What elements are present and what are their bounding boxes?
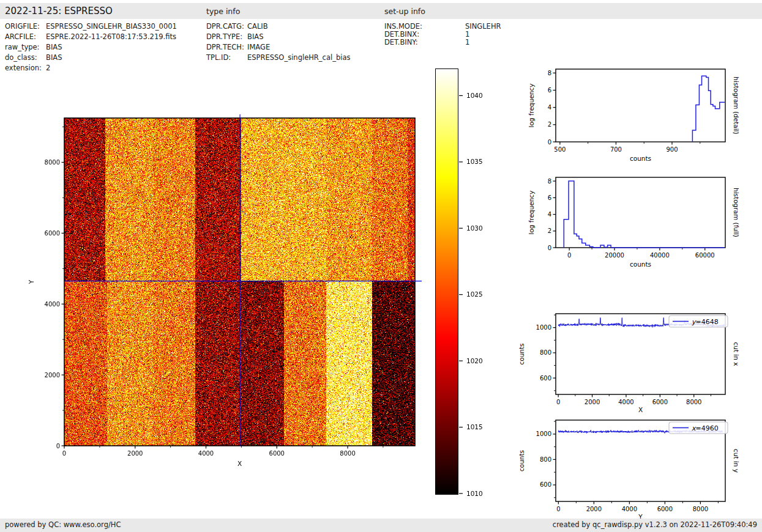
svg-text:2000: 2000 xyxy=(585,399,600,405)
page-title: 2022-11-25: ESPRESSO xyxy=(5,6,113,17)
meta-label: DPR.TYPE: xyxy=(206,32,242,41)
svg-text:8000: 8000 xyxy=(45,159,60,166)
svg-text:500: 500 xyxy=(554,146,566,153)
cut-in-y-plot: 020004000600080006008001000Ycountscut in… xyxy=(519,415,747,528)
meta-value: SINGLEHR xyxy=(465,22,501,31)
svg-text:histogram (full): histogram (full) xyxy=(733,188,740,237)
svg-text:1000: 1000 xyxy=(536,324,551,331)
svg-text:Y: Y xyxy=(28,279,35,284)
meta-label: ORIGFILE: xyxy=(5,22,40,31)
svg-text:4000: 4000 xyxy=(45,301,60,308)
svg-text:1030: 1030 xyxy=(466,224,483,232)
svg-text:y=4648: y=4648 xyxy=(692,318,719,326)
svg-text:800: 800 xyxy=(540,349,551,356)
svg-text:8000: 8000 xyxy=(693,506,708,512)
cut-in-x-plot: 020004000600080006008001000Xcountscut in… xyxy=(519,309,747,422)
meta-value: ESPRESSO_singleHR_cal_bias xyxy=(247,53,350,62)
svg-text:0: 0 xyxy=(556,506,560,512)
svg-text:counts: counts xyxy=(518,450,525,471)
svg-text:4: 4 xyxy=(548,104,551,111)
meta-value: CALIB xyxy=(247,22,268,31)
section-heading-setup-info: set-up info xyxy=(384,7,425,16)
meta-label: TPL.ID: xyxy=(206,53,231,62)
meta-value: BIAS xyxy=(247,32,263,41)
meta-value: BIAS xyxy=(46,53,62,62)
meta-label: ARCFILE: xyxy=(5,32,36,41)
svg-text:x=4960: x=4960 xyxy=(692,424,719,432)
setup-info-block: INS.MODE:SINGLEHR DET.BINX:1 DET.BINY:1 xyxy=(384,22,562,59)
meta-value: IMAGE xyxy=(247,43,270,51)
svg-text:6000: 6000 xyxy=(45,230,60,237)
svg-text:0: 0 xyxy=(548,245,551,251)
colorbar-ticks: 1010101510201025103010351040 xyxy=(458,66,501,501)
svg-text:2000: 2000 xyxy=(127,450,143,457)
svg-text:6000: 6000 xyxy=(657,506,673,512)
svg-text:0: 0 xyxy=(62,450,66,457)
svg-text:2: 2 xyxy=(548,227,551,234)
svg-text:0: 0 xyxy=(548,139,551,146)
meta-label: DPR.CATG: xyxy=(206,22,244,31)
svg-text:40000: 40000 xyxy=(650,252,670,259)
svg-text:20000: 20000 xyxy=(605,252,624,259)
svg-text:1000: 1000 xyxy=(536,430,551,437)
svg-text:counts: counts xyxy=(518,343,525,364)
svg-text:1020: 1020 xyxy=(466,357,483,364)
svg-text:800: 800 xyxy=(540,456,551,463)
svg-text:1010: 1010 xyxy=(466,490,483,497)
svg-text:6: 6 xyxy=(548,194,551,201)
section-heading-type-info: type info xyxy=(206,7,240,16)
footer-created-by: created by qc_rawdisp.py v1.2.3 on 2022-… xyxy=(553,520,757,529)
meta-label: DPR.TECH: xyxy=(206,43,244,51)
meta-label: raw_type: xyxy=(5,43,40,51)
svg-text:8: 8 xyxy=(548,70,551,76)
svg-text:700: 700 xyxy=(610,146,622,153)
svg-text:8: 8 xyxy=(548,178,551,185)
svg-text:histogram (detail): histogram (detail) xyxy=(733,76,740,134)
svg-text:60000: 60000 xyxy=(695,252,715,259)
svg-text:counts: counts xyxy=(630,155,651,162)
meta-value: 1 xyxy=(465,30,469,39)
svg-text:8000: 8000 xyxy=(340,450,355,457)
svg-text:6: 6 xyxy=(548,87,551,94)
meta-value: ESPRESSO_SINGLEHR_BIAS330_0001 xyxy=(46,22,177,31)
bias-image-heatmap xyxy=(64,118,415,446)
file-info-block: ORIGFILE:ESPRESSO_SINGLEHR_BIAS330_0001 … xyxy=(5,22,201,77)
svg-text:4000: 4000 xyxy=(198,450,214,457)
svg-text:X: X xyxy=(237,460,242,467)
svg-text:1035: 1035 xyxy=(466,158,483,165)
histogram-detail-plot: 50070090002468countslog frequencyhistogr… xyxy=(519,64,747,171)
svg-text:0: 0 xyxy=(567,252,571,259)
meta-value: 1 xyxy=(465,38,469,46)
svg-text:600: 600 xyxy=(540,375,551,382)
svg-text:counts: counts xyxy=(630,260,651,268)
svg-text:log frequency: log frequency xyxy=(528,83,535,127)
meta-label: extension: xyxy=(5,64,42,72)
meta-label: INS.MODE: xyxy=(384,22,422,31)
svg-text:1015: 1015 xyxy=(466,423,483,430)
svg-text:900: 900 xyxy=(666,146,678,153)
qc-report-page: 2022-11-25: ESPRESSO type info set-up in… xyxy=(0,0,762,532)
meta-value: ESPRE.2022-11-26T08:17:53.219.fits xyxy=(46,32,176,41)
svg-text:0: 0 xyxy=(556,399,560,405)
type-info-block: DPR.CATG:CALIB DPR.TYPE:BIAS DPR.TECH:IM… xyxy=(206,22,384,77)
header-bar xyxy=(0,3,762,19)
meta-label: DET.BINY: xyxy=(384,38,418,46)
meta-value: BIAS xyxy=(46,43,62,51)
svg-text:6000: 6000 xyxy=(269,450,285,457)
svg-text:X: X xyxy=(638,406,643,413)
svg-text:2: 2 xyxy=(548,121,551,128)
histogram-full-plot: 020000400006000002468countslog frequency… xyxy=(519,172,747,279)
svg-text:2000: 2000 xyxy=(45,372,60,379)
colorbar xyxy=(436,69,458,494)
svg-text:1040: 1040 xyxy=(466,92,483,99)
svg-text:4000: 4000 xyxy=(618,399,633,405)
svg-text:2000: 2000 xyxy=(586,506,602,512)
svg-text:4: 4 xyxy=(548,211,551,218)
meta-label: do_class: xyxy=(5,53,37,62)
svg-text:1025: 1025 xyxy=(466,290,483,298)
svg-text:log frequency: log frequency xyxy=(528,190,535,234)
svg-text:cut in y: cut in y xyxy=(733,449,740,473)
meta-value: 2 xyxy=(46,64,50,72)
svg-text:0: 0 xyxy=(56,443,60,449)
svg-text:600: 600 xyxy=(540,481,551,488)
